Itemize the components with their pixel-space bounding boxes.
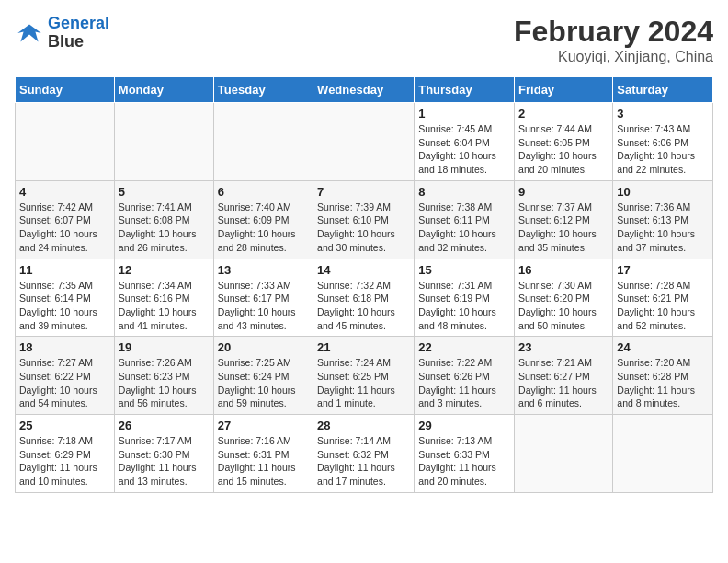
calendar-day-cell: 10Sunrise: 7:36 AM Sunset: 6:13 PM Dayli…	[613, 180, 713, 259]
weekday-header-cell: Monday	[114, 77, 213, 103]
day-number: 16	[518, 263, 609, 277]
calendar-day-cell: 6Sunrise: 7:40 AM Sunset: 6:09 PM Daylig…	[213, 180, 313, 259]
calendar-day-cell	[515, 415, 613, 493]
calendar-day-cell: 23Sunrise: 7:21 AM Sunset: 6:27 PM Dayli…	[515, 337, 613, 415]
day-info: Sunrise: 7:17 AM Sunset: 6:30 PM Dayligh…	[119, 434, 210, 488]
day-number: 6	[218, 185, 309, 199]
weekday-header-cell: Sunday	[16, 77, 115, 103]
day-info: Sunrise: 7:36 AM Sunset: 6:13 PM Dayligh…	[617, 201, 709, 255]
weekday-header-cell: Wednesday	[313, 77, 415, 103]
day-number: 15	[418, 263, 510, 277]
day-number: 20	[218, 340, 309, 354]
calendar-day-cell: 20Sunrise: 7:25 AM Sunset: 6:24 PM Dayli…	[213, 337, 313, 415]
calendar-day-cell	[114, 103, 213, 181]
day-info: Sunrise: 7:27 AM Sunset: 6:22 PM Dayligh…	[19, 356, 110, 410]
day-info: Sunrise: 7:44 AM Sunset: 6:05 PM Dayligh…	[518, 122, 609, 177]
day-number: 24	[617, 340, 709, 354]
calendar-day-cell: 24Sunrise: 7:20 AM Sunset: 6:28 PM Dayli…	[613, 337, 713, 415]
logo-text: General Blue	[48, 15, 109, 52]
calendar-week-row: 18Sunrise: 7:27 AM Sunset: 6:22 PM Dayli…	[16, 337, 713, 415]
day-info: Sunrise: 7:37 AM Sunset: 6:12 PM Dayligh…	[518, 201, 609, 255]
calendar-day-cell: 14Sunrise: 7:32 AM Sunset: 6:18 PM Dayli…	[313, 259, 415, 337]
day-info: Sunrise: 7:42 AM Sunset: 6:07 PM Dayligh…	[19, 201, 110, 255]
day-number: 13	[218, 263, 309, 277]
month-year-title: February 2024	[514, 15, 713, 49]
day-info: Sunrise: 7:45 AM Sunset: 6:04 PM Dayligh…	[418, 122, 510, 177]
weekday-header-cell: Saturday	[613, 77, 713, 103]
calendar-day-cell: 12Sunrise: 7:34 AM Sunset: 6:16 PM Dayli…	[114, 259, 213, 337]
calendar-day-cell: 25Sunrise: 7:18 AM Sunset: 6:29 PM Dayli…	[16, 415, 115, 493]
day-info: Sunrise: 7:20 AM Sunset: 6:28 PM Dayligh…	[617, 356, 709, 410]
day-number: 3	[617, 107, 709, 121]
weekday-header-cell: Tuesday	[213, 77, 313, 103]
weekday-header-cell: Thursday	[415, 77, 515, 103]
calendar-day-cell: 2Sunrise: 7:44 AM Sunset: 6:05 PM Daylig…	[515, 103, 613, 181]
day-info: Sunrise: 7:22 AM Sunset: 6:26 PM Dayligh…	[418, 356, 510, 410]
day-number: 14	[317, 263, 410, 277]
calendar-day-cell: 22Sunrise: 7:22 AM Sunset: 6:26 PM Dayli…	[415, 337, 515, 415]
day-info: Sunrise: 7:41 AM Sunset: 6:08 PM Dayligh…	[119, 201, 210, 255]
day-info: Sunrise: 7:24 AM Sunset: 6:25 PM Dayligh…	[317, 356, 410, 410]
calendar-week-row: 11Sunrise: 7:35 AM Sunset: 6:14 PM Dayli…	[16, 259, 713, 337]
day-info: Sunrise: 7:21 AM Sunset: 6:27 PM Dayligh…	[518, 356, 609, 410]
day-info: Sunrise: 7:18 AM Sunset: 6:29 PM Dayligh…	[19, 434, 110, 488]
calendar-day-cell	[213, 103, 313, 181]
calendar-day-cell	[613, 415, 713, 493]
day-info: Sunrise: 7:32 AM Sunset: 6:18 PM Dayligh…	[317, 279, 410, 333]
weekday-header-cell: Friday	[515, 77, 613, 103]
calendar-table: SundayMondayTuesdayWednesdayThursdayFrid…	[15, 76, 713, 493]
day-info: Sunrise: 7:35 AM Sunset: 6:14 PM Dayligh…	[19, 279, 110, 333]
day-number: 26	[119, 419, 210, 432]
day-info: Sunrise: 7:38 AM Sunset: 6:11 PM Dayligh…	[418, 201, 510, 255]
calendar-day-cell: 26Sunrise: 7:17 AM Sunset: 6:30 PM Dayli…	[114, 415, 213, 493]
calendar-day-cell	[16, 103, 115, 181]
calendar-day-cell: 4Sunrise: 7:42 AM Sunset: 6:07 PM Daylig…	[16, 180, 115, 259]
day-number: 11	[19, 263, 110, 277]
day-number: 1	[418, 107, 510, 121]
day-number: 10	[617, 185, 709, 199]
day-number: 17	[617, 263, 709, 277]
day-info: Sunrise: 7:25 AM Sunset: 6:24 PM Dayligh…	[218, 356, 309, 410]
calendar-day-cell: 27Sunrise: 7:16 AM Sunset: 6:31 PM Dayli…	[213, 415, 313, 493]
page-header: General Blue February 2024 Kuoyiqi, Xinj…	[15, 15, 713, 65]
day-info: Sunrise: 7:43 AM Sunset: 6:06 PM Dayligh…	[617, 122, 709, 177]
day-number: 8	[418, 185, 510, 199]
day-info: Sunrise: 7:28 AM Sunset: 6:21 PM Dayligh…	[617, 279, 709, 333]
calendar-day-cell: 5Sunrise: 7:41 AM Sunset: 6:08 PM Daylig…	[114, 180, 213, 259]
day-number: 9	[518, 185, 609, 199]
day-info: Sunrise: 7:13 AM Sunset: 6:33 PM Dayligh…	[418, 434, 510, 488]
calendar-day-cell: 13Sunrise: 7:33 AM Sunset: 6:17 PM Dayli…	[213, 259, 313, 337]
calendar-day-cell: 8Sunrise: 7:38 AM Sunset: 6:11 PM Daylig…	[415, 180, 515, 259]
day-info: Sunrise: 7:14 AM Sunset: 6:32 PM Dayligh…	[317, 434, 410, 488]
day-number: 25	[19, 419, 110, 432]
weekday-header-row: SundayMondayTuesdayWednesdayThursdayFrid…	[16, 77, 713, 103]
calendar-week-row: 4Sunrise: 7:42 AM Sunset: 6:07 PM Daylig…	[16, 180, 713, 259]
calendar-week-row: 1Sunrise: 7:45 AM Sunset: 6:04 PM Daylig…	[16, 103, 713, 181]
calendar-day-cell: 16Sunrise: 7:30 AM Sunset: 6:20 PM Dayli…	[515, 259, 613, 337]
day-info: Sunrise: 7:39 AM Sunset: 6:10 PM Dayligh…	[317, 201, 410, 255]
day-number: 23	[518, 340, 609, 354]
day-number: 4	[19, 185, 110, 199]
day-number: 27	[218, 419, 309, 432]
calendar-day-cell: 17Sunrise: 7:28 AM Sunset: 6:21 PM Dayli…	[613, 259, 713, 337]
calendar-day-cell: 11Sunrise: 7:35 AM Sunset: 6:14 PM Dayli…	[16, 259, 115, 337]
logo: General Blue	[15, 15, 109, 52]
day-number: 12	[119, 263, 210, 277]
calendar-body: 1Sunrise: 7:45 AM Sunset: 6:04 PM Daylig…	[16, 103, 713, 493]
calendar-week-row: 25Sunrise: 7:18 AM Sunset: 6:29 PM Dayli…	[16, 415, 713, 493]
day-number: 19	[119, 340, 210, 354]
day-number: 28	[317, 419, 410, 432]
title-block: February 2024 Kuoyiqi, Xinjiang, China	[514, 15, 713, 65]
logo-icon	[15, 18, 44, 48]
day-info: Sunrise: 7:31 AM Sunset: 6:19 PM Dayligh…	[418, 279, 510, 333]
calendar-day-cell: 29Sunrise: 7:13 AM Sunset: 6:33 PM Dayli…	[415, 415, 515, 493]
calendar-day-cell: 7Sunrise: 7:39 AM Sunset: 6:10 PM Daylig…	[313, 180, 415, 259]
calendar-day-cell	[313, 103, 415, 181]
calendar-day-cell: 9Sunrise: 7:37 AM Sunset: 6:12 PM Daylig…	[515, 180, 613, 259]
day-number: 2	[518, 107, 609, 121]
calendar-day-cell: 21Sunrise: 7:24 AM Sunset: 6:25 PM Dayli…	[313, 337, 415, 415]
day-info: Sunrise: 7:34 AM Sunset: 6:16 PM Dayligh…	[119, 279, 210, 333]
day-info: Sunrise: 7:30 AM Sunset: 6:20 PM Dayligh…	[518, 279, 609, 333]
day-info: Sunrise: 7:33 AM Sunset: 6:17 PM Dayligh…	[218, 279, 309, 333]
location-subtitle: Kuoyiqi, Xinjiang, China	[514, 49, 713, 65]
